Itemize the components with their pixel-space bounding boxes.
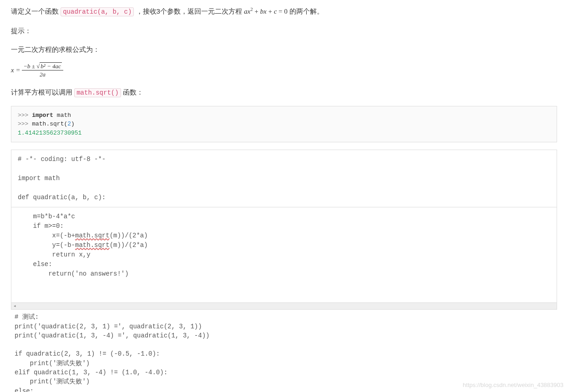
intro-mid: ，接收3个参数，返回一元二次方程	[136, 7, 244, 15]
editor-top: # -*- coding: utf-8 -*- import math def …	[11, 150, 557, 207]
formula-label: 一元二次方程的求根公式为：	[11, 44, 557, 55]
formula-num-prefix: −b ±	[23, 63, 36, 70]
sqrt-icon: b² − 4ac	[36, 63, 62, 70]
sqrt-hint: 计算平方根可以调用 math.sqrt() 函数：	[11, 86, 557, 99]
editor-body: m=b*b-4*a*c if m>=0: x=(-b+math.sqrt(m))…	[11, 207, 557, 302]
editor-block: # -*- coding: utf-8 -*- import math def …	[11, 150, 557, 310]
sqrt-code: math.sqrt()	[74, 88, 121, 97]
intro-suffix: 的两个解。	[289, 7, 324, 15]
intro-prefix: 请定义一个函数	[11, 7, 59, 15]
intro-paragraph: 请定义一个函数 quadratic(a, b, c) ，接收3个参数，返回一元二…	[11, 5, 557, 18]
spell-error: math.sqrt	[75, 232, 110, 239]
intro-code: quadratic(a, b, c)	[61, 7, 134, 16]
repl-block: >>> import math >>> math.sqrt(2) 1.41421…	[11, 106, 557, 143]
quadratic-formula: x = −b ± b² − 4ac 2a	[11, 63, 557, 78]
tests-block: # 测试: print('quadratic(2, 3, 1) =', quad…	[11, 310, 557, 392]
intro-equation: ax2 + bx + c = 0	[244, 8, 289, 15]
formula-fraction: −b ± b² − 4ac 2a	[22, 63, 63, 78]
spell-error: math.sqrt	[75, 241, 110, 249]
editor-scrollbar[interactable]	[11, 302, 557, 309]
hint-label: 提示：	[11, 25, 557, 37]
